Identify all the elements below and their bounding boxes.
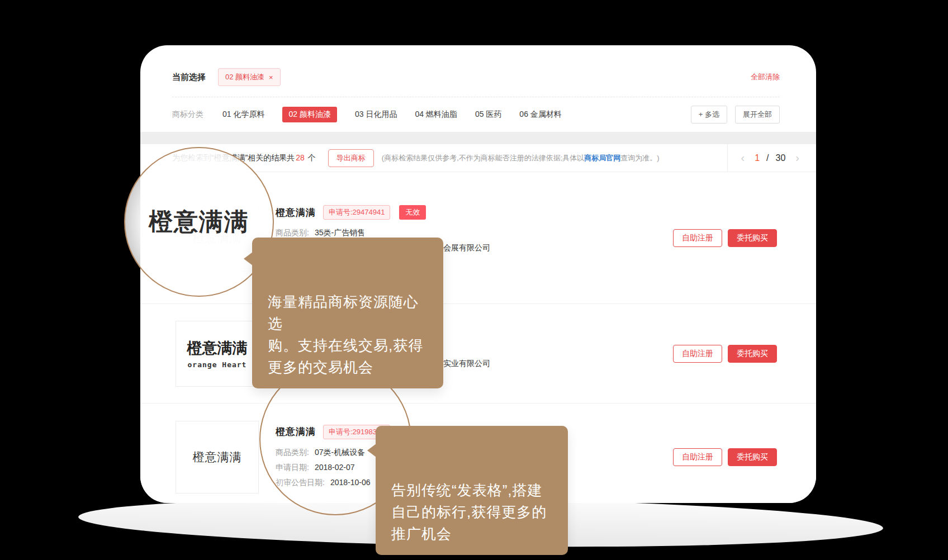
results-count: 28 [295, 153, 306, 162]
magnifier-circle-1: 橙意满满 [124, 147, 274, 297]
expand-all-button[interactable]: 展开全部 [735, 106, 780, 124]
trademark-name: 橙意满满 [276, 206, 316, 219]
self-register-button[interactable]: 自助注册 [673, 229, 722, 247]
result-row-2: 橙意满满 orange Heart 橙意满满 申请号:29482153 已注册 … [140, 304, 816, 404]
category-item-06[interactable]: 06 金属材料 [519, 110, 561, 120]
promo-tooltip-1-text: 海量精品商标资源随心选 购。支持在线交易,获得 更多的交易机会 [268, 293, 423, 376]
current-selection-label: 当前选择 [172, 72, 206, 83]
export-trademarks-button[interactable]: 导出商标 [328, 149, 374, 167]
trademark-image-2: 橙意满满 orange Heart [176, 321, 259, 387]
self-register-button[interactable]: 自助注册 [673, 345, 722, 363]
commission-buy-button[interactable]: 委托购买 [728, 229, 777, 247]
disclaimer-prefix: (商标检索结果仅供参考,不作为商标能否注册的法律依据;具体以 [382, 154, 585, 162]
total-pages: 30 [776, 153, 786, 163]
page-separator: / [766, 153, 769, 163]
category-item-04[interactable]: 04 燃料油脂 [415, 110, 457, 120]
tooltip-arrow-icon [367, 444, 376, 457]
tooltip-arrow-icon [244, 252, 253, 265]
magnified-trademark-text: 橙意满满 [149, 206, 249, 238]
disclaimer-suffix: 查询为准。) [620, 154, 659, 162]
clear-all-button[interactable]: 全部清除 [751, 72, 780, 82]
trademark-image-text: 橙意满满 [193, 449, 242, 465]
row-actions-2: 自助注册 委托购买 [673, 345, 777, 363]
category-item-02-selected[interactable]: 02 颜料油漆 [282, 107, 336, 122]
filter-tag-label: 02 颜料油漆 [225, 72, 264, 82]
row-actions-1: 自助注册 委托购买 [673, 229, 777, 247]
trademark-office-link[interactable]: 商标局官网 [584, 154, 620, 162]
page-background: 当前选择 02 颜料油漆 × 全部清除 商标分类 01 化学原料 02 颜料油漆… [0, 0, 948, 560]
trademark-image-subtext: orange Heart [188, 360, 247, 369]
pagination: ‹ 1 / 30 › [727, 144, 817, 172]
results-summary-suffix: 个 [306, 153, 316, 162]
selection-bar: 当前选择 02 颜料油漆 × 全部清除 [140, 45, 816, 90]
promo-tooltip-2-text: 告别传统“发表格”,搭建 自己的标行,获得更多的 推广机会 [391, 482, 547, 542]
self-register-button[interactable]: 自助注册 [673, 448, 722, 466]
application-number-badge: 申请号:29474941 [323, 205, 390, 220]
commission-buy-button[interactable]: 委托购买 [728, 448, 777, 466]
promo-tooltip-1: 海量精品商标资源随心选 购。支持在线交易,获得 更多的交易机会 [252, 238, 443, 388]
selected-filter-tag[interactable]: 02 颜料油漆 × [218, 68, 281, 86]
category-item-03[interactable]: 03 日化用品 [355, 110, 397, 120]
category-value: 35类-广告销售 [315, 228, 365, 237]
promo-tooltip-2: 告别传统“发表格”,搭建 自己的标行,获得更多的 推广机会 [376, 426, 568, 555]
category-label: 商品类别: [276, 228, 309, 237]
chevron-left-icon[interactable]: ‹ [738, 151, 748, 164]
row-actions-3: 自助注册 委托购买 [673, 448, 777, 466]
multi-select-button[interactable]: + 多选 [691, 106, 727, 124]
category-item-05[interactable]: 05 医药 [475, 110, 501, 120]
section-gap [140, 132, 816, 144]
remove-filter-icon[interactable]: × [269, 73, 273, 82]
trademark-image-text: 橙意满满 [187, 338, 248, 358]
category-item-01[interactable]: 01 化学原料 [222, 110, 264, 120]
chevron-right-icon[interactable]: › [792, 151, 803, 164]
category-bar-label: 商标分类 [172, 110, 203, 120]
status-badge-invalid: 无效 [399, 205, 426, 220]
commission-buy-button[interactable]: 委托购买 [728, 345, 777, 363]
trademark-image-3: 橙意满满 [176, 421, 259, 493]
category-bar: 商标分类 01 化学原料 02 颜料油漆 03 日化用品 04 燃料油脂 05 … [140, 97, 816, 132]
disclaimer-text: (商标检索结果仅供参考,不作为商标能否注册的法律依据;具体以商标局官网查询为准。… [382, 153, 660, 163]
current-page: 1 [755, 153, 760, 163]
